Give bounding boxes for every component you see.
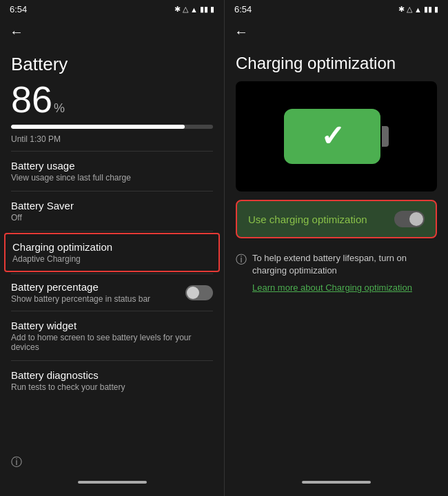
menu-item-battery-percentage[interactable]: Battery percentage Show battery percenta… [0, 274, 224, 311]
home-indicator-right [302, 481, 371, 484]
info-circle-icon: ⓘ [236, 253, 247, 267]
info-icon-left: ⓘ [0, 450, 224, 475]
info-section: ⓘ To help extend battery lifespan, turn … [225, 247, 448, 280]
menu-battery-pct-title: Battery percentage [11, 281, 150, 293]
right-panel: 6:54 ✱ △ ▲ ▮▮ ▮ ← Charging optimization … [224, 0, 448, 496]
checkmark-icon: ✓ [320, 122, 345, 151]
battery-body: ✓ [284, 109, 380, 164]
status-icons-right: ✱ △ ▲ ▮▮ ▮ [398, 5, 438, 14]
battery-percent-display: 86 % [0, 81, 224, 121]
battery-progress-bar [11, 125, 213, 129]
menu-battery-widget-subtitle: Add to home screen to see battery levels… [11, 333, 213, 352]
menu-battery-usage-title: Battery usage [11, 160, 213, 172]
menu-item-charging-optimization[interactable]: Charging optimization Adaptive Charging [4, 233, 220, 272]
use-charging-label: Use charging optimization [248, 214, 367, 225]
back-button-right[interactable]: ← [225, 17, 448, 43]
battery-icon-right: ▮ [434, 5, 438, 14]
battery-graphic: ✓ [284, 109, 389, 164]
status-bar-right: 6:54 ✱ △ ▲ ▮▮ ▮ [225, 0, 448, 17]
battery-icon: ▮ [210, 5, 214, 14]
battery-unit: % [54, 101, 65, 116]
menu-item-battery-usage[interactable]: Battery usage View usage since last full… [0, 152, 224, 191]
status-time-right: 6:54 [234, 4, 252, 14]
menu-battery-diag-title: Battery diagnostics [11, 369, 213, 381]
learn-more-link[interactable]: Learn more about Charging optimization [225, 280, 448, 296]
info-text: To help extend battery lifespan, turn on… [252, 252, 437, 277]
menu-item-battery-diagnostics[interactable]: Battery diagnostics Run tests to check y… [0, 361, 224, 400]
menu-battery-pct-text: Battery percentage Show battery percenta… [11, 281, 150, 304]
divider-3 [11, 231, 213, 231]
menu-charging-subtitle: Adaptive Charging [12, 254, 212, 264]
menu-item-battery-saver[interactable]: Battery Saver Off [0, 192, 224, 231]
menu-battery-diag-subtitle: Run tests to check your battery [11, 382, 213, 392]
charging-page-title: Charging optimization [225, 43, 448, 81]
battery-number: 86 [11, 81, 52, 118]
status-icons-left: ✱ △ ▲ ▮▮ ▮ [174, 5, 214, 14]
battery-percentage-toggle[interactable] [185, 285, 213, 300]
wifi-icon-right: ▲ [414, 6, 422, 14]
status-time-left: 6:54 [10, 4, 27, 14]
bluetooth-icon: ✱ [174, 5, 181, 14]
menu-battery-usage-subtitle: View usage since last full charge [11, 173, 213, 183]
page-title-left: Battery [0, 43, 224, 81]
until-time: Until 1:30 PM [0, 132, 224, 151]
mute-icon: △ [183, 5, 188, 14]
use-charging-toggle[interactable] [394, 211, 425, 227]
home-indicator-left [78, 481, 147, 484]
status-bar-left: 6:54 ✱ △ ▲ ▮▮ ▮ [0, 0, 224, 17]
menu-item-battery-widget[interactable]: Battery widget Add to home screen to see… [0, 311, 224, 360]
menu-battery-saver-subtitle: Off [11, 213, 213, 223]
menu-battery-widget-title: Battery widget [11, 320, 213, 331]
back-button-left[interactable]: ← [0, 17, 224, 43]
signal-icon: ▮▮ [200, 5, 208, 14]
toggle-knob [187, 287, 199, 299]
battery-tip [382, 126, 389, 147]
battery-progress-fill [11, 125, 185, 129]
battery-image-container: ✓ [236, 81, 437, 192]
menu-charging-title: Charging optimization [12, 241, 212, 253]
menu-battery-saver-title: Battery Saver [11, 200, 213, 211]
wifi-icon: ▲ [190, 6, 198, 14]
signal-icon-right: ▮▮ [424, 5, 432, 14]
left-panel: 6:54 ✱ △ ▲ ▮▮ ▮ ← Battery 86 % Until 1:3… [0, 0, 224, 496]
use-charging-row[interactable]: Use charging optimization [236, 200, 437, 238]
menu-battery-pct-subtitle: Show battery percentage in status bar [11, 294, 150, 304]
mute-icon-right: △ [407, 5, 412, 14]
toggle-knob-off [409, 212, 423, 226]
bt-icon-right: ✱ [398, 5, 405, 14]
